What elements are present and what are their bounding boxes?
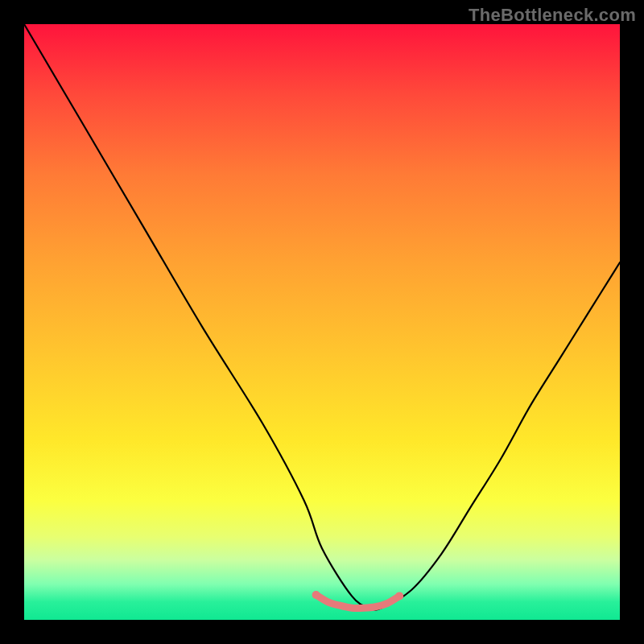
watermark-text: TheBottleneck.com bbox=[469, 5, 636, 26]
chart-frame: TheBottleneck.com bbox=[0, 0, 644, 644]
highlight-endpoint-left bbox=[312, 591, 320, 599]
chart-curve-layer bbox=[24, 24, 620, 620]
bottleneck-curve bbox=[24, 24, 620, 610]
highlight-endpoint-right bbox=[395, 592, 403, 600]
